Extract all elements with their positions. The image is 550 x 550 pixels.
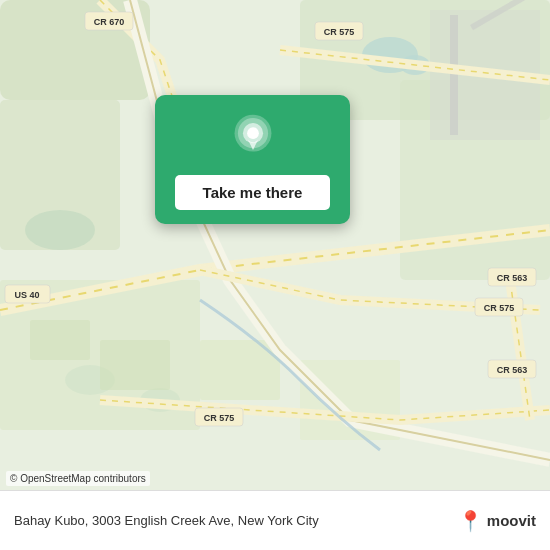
take-me-there-button[interactable]: Take me there <box>175 175 330 210</box>
location-text: Bahay Kubo, 3003 English Creek Ave, New … <box>14 513 458 528</box>
osm-attribution: © OpenStreetMap contributors <box>6 471 150 486</box>
map-svg: CR 670 CR 575 ACE US 40 CR 575 CR 575 CR… <box>0 0 550 490</box>
map-container: CR 670 CR 575 ACE US 40 CR 575 CR 575 CR… <box>0 0 550 490</box>
svg-text:CR 575: CR 575 <box>324 27 355 37</box>
location-pin-icon <box>227 113 279 165</box>
svg-text:US 40: US 40 <box>14 290 39 300</box>
svg-rect-14 <box>30 320 90 360</box>
svg-text:CR 563: CR 563 <box>497 273 528 283</box>
bottom-bar: Bahay Kubo, 3003 English Creek Ave, New … <box>0 490 550 550</box>
svg-rect-15 <box>100 340 170 390</box>
moovit-pin-icon: 📍 <box>458 509 483 533</box>
svg-rect-11 <box>450 15 458 135</box>
svg-text:CR 563: CR 563 <box>497 365 528 375</box>
moovit-logo: 📍 moovit <box>458 509 536 533</box>
svg-point-37 <box>247 127 259 139</box>
svg-text:CR 670: CR 670 <box>94 17 125 27</box>
svg-text:CR 575: CR 575 <box>484 303 515 313</box>
svg-text:CR 575: CR 575 <box>204 413 235 423</box>
popup-card: Take me there <box>155 95 350 224</box>
svg-rect-7 <box>0 100 120 250</box>
moovit-app-name: moovit <box>487 512 536 529</box>
